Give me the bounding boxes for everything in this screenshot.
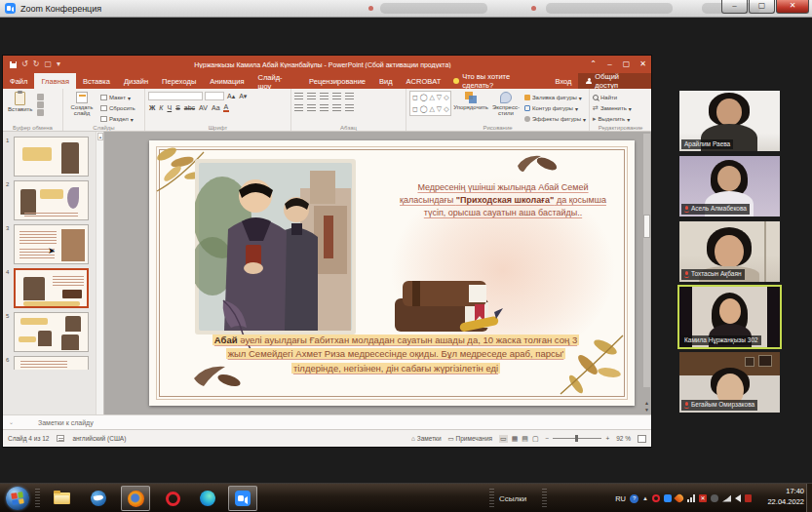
underline-button[interactable]: Ч	[166, 104, 173, 111]
participant-tile-active-speaker[interactable]: Камила Нұржанқызы 302	[677, 285, 782, 349]
copy-icon[interactable]	[37, 101, 44, 108]
start-slideshow-icon[interactable]: ▢	[44, 60, 52, 68]
participant-tile[interactable]: Тохтасын Ақбаян	[679, 221, 780, 282]
section-button[interactable]: Раздел ▾	[100, 114, 135, 124]
numbering-icon[interactable]	[307, 93, 316, 99]
align-right-icon[interactable]	[320, 104, 329, 111]
font-color-button[interactable]: А	[223, 103, 230, 112]
taskbar-clock[interactable]: 17:40 22.04.2022	[755, 487, 804, 508]
cleaner-tray-icon[interactable]	[674, 492, 684, 503]
ppt-restore-button[interactable]: ▢	[618, 56, 635, 73]
thunderbird-taskbar-button[interactable]	[84, 486, 113, 511]
find-button[interactable]: Найти	[593, 93, 632, 102]
ppt-minimize-button[interactable]: –	[601, 56, 618, 73]
participant-tile[interactable]: Асель Алмабекова	[679, 156, 780, 217]
align-center-icon[interactable]	[307, 104, 316, 111]
italic-button[interactable]: К	[158, 104, 164, 111]
no-network-tray-icon[interactable]: ✕	[699, 494, 707, 502]
columns-icon[interactable]	[345, 104, 354, 111]
slide-sorter-view-icon[interactable]: ▦	[512, 435, 519, 443]
line-spacing-icon[interactable]	[345, 93, 354, 99]
next-slide-icon[interactable]: ▼	[644, 407, 649, 413]
font-name-box[interactable]	[148, 92, 203, 100]
slide-4-thumbnail-selected[interactable]	[14, 268, 89, 308]
ppt-close-button[interactable]: ✕	[635, 56, 651, 73]
firefox-taskbar-button[interactable]	[121, 486, 150, 511]
volume-tray-icon[interactable]	[735, 494, 741, 502]
zoom-tray-icon[interactable]	[664, 494, 672, 502]
share-button[interactable]: Общий доступ	[578, 73, 651, 89]
slide-text-top[interactable]: Медресенің үшінші жылында Абай Семей қал…	[393, 181, 613, 219]
slide-scrollbar[interactable]	[643, 134, 650, 387]
previous-slide-icon[interactable]: ▲	[644, 400, 649, 406]
participant-tile[interactable]: Бегайым Омирзакова	[679, 352, 780, 413]
tab-home[interactable]: Главная	[34, 73, 76, 89]
thumbnail-scrollbar[interactable]: ▲	[96, 132, 103, 414]
zoom-slider[interactable]: − +	[546, 435, 610, 442]
tab-insert[interactable]: Вставка	[76, 73, 117, 89]
signal-tray-icon[interactable]	[687, 494, 695, 502]
scroll-up-icon[interactable]: ▲	[97, 133, 103, 140]
shape-effects-button[interactable]: Эффекты фигуры ▾	[524, 114, 586, 124]
reset-button[interactable]: Сбросить	[100, 103, 135, 113]
slide-2-thumbnail[interactable]	[14, 180, 89, 220]
bullets-icon[interactable]	[294, 93, 303, 99]
layout-button[interactable]: Макет ▾	[100, 93, 135, 102]
character-spacing-icon[interactable]: AV	[198, 104, 209, 111]
paste-button[interactable]: Вставить	[6, 91, 34, 113]
start-button[interactable]	[6, 487, 29, 510]
language-indicator[interactable]: английский (США)	[72, 435, 126, 442]
app-tray-icon[interactable]	[711, 494, 718, 502]
zoom-out-icon[interactable]: −	[546, 435, 550, 442]
zoom-close-button[interactable]: ✕	[776, 0, 809, 14]
arrange-button[interactable]: Упорядочить	[454, 91, 487, 111]
cut-icon[interactable]	[37, 94, 44, 100]
opera-tray-icon[interactable]	[652, 494, 660, 502]
normal-view-icon[interactable]: ▭	[499, 435, 508, 443]
quick-styles-button[interactable]: Экспресс-стили	[490, 91, 522, 117]
tell-me-box[interactable]: Что вы хотите сделать?	[447, 73, 548, 89]
slide-canvas[interactable]: Медресенің үшінші жылында Абай Семей қал…	[149, 140, 635, 406]
show-hidden-icons[interactable]: ▲	[642, 495, 648, 501]
shape-outline-button[interactable]: Контур фигуры ▾	[524, 103, 586, 113]
ribbon-display-options-icon[interactable]: ⌃	[585, 56, 601, 73]
links-toolbar[interactable]: Ссылки	[499, 484, 526, 512]
redo-icon[interactable]: ↻	[33, 60, 40, 68]
format-painter-icon[interactable]	[37, 109, 44, 116]
strikethrough-button[interactable]: S	[174, 104, 181, 111]
shapes-gallery[interactable]: ◻ ◯ △ ▽ ◇ ☆ ⌂ ◻ ◯ △ ▽ ◇ ☆ ⌂	[409, 91, 451, 116]
tab-slideshow[interactable]: Слайд-шоу	[251, 73, 303, 89]
scrollbar-thumb[interactable]	[643, 215, 650, 238]
opera-taskbar-button[interactable]	[158, 486, 187, 511]
comments-toggle[interactable]: ▭ Примечания	[448, 435, 492, 443]
network-tray-icon[interactable]	[722, 495, 731, 502]
clear-format-icon[interactable]: abc	[183, 104, 196, 111]
tab-transitions[interactable]: Переходы	[155, 73, 203, 89]
bold-button[interactable]: Ж	[148, 104, 156, 111]
undo-icon[interactable]: ↺	[21, 60, 28, 68]
notes-pane[interactable]: ⌄ Заметки к слайду	[3, 414, 651, 429]
shape-fill-button[interactable]: Заливка фигуры ▾	[524, 93, 586, 102]
slide-5-thumbnail[interactable]	[14, 312, 89, 352]
help-tray-icon[interactable]: ?	[630, 494, 638, 503]
language-indicator[interactable]: RU	[615, 494, 626, 503]
increase-indent-icon[interactable]	[332, 93, 341, 99]
zoom-in-icon[interactable]: +	[605, 435, 609, 442]
zoom-percent[interactable]: 92 %	[616, 435, 631, 442]
grow-font-icon[interactable]: А▴	[226, 93, 236, 100]
tab-acrobat[interactable]: ACROBAT	[400, 73, 448, 89]
explorer-taskbar-button[interactable]	[47, 486, 76, 511]
change-case-button[interactable]: Аа	[211, 104, 221, 111]
tab-design[interactable]: Дизайн	[117, 73, 155, 89]
slide-3-thumbnail[interactable]: ➤	[14, 224, 89, 264]
tab-review[interactable]: Рецензирование	[302, 73, 372, 89]
new-slide-button[interactable]: Создать слайд	[66, 91, 97, 117]
tab-view[interactable]: Вид	[372, 73, 400, 89]
slideshow-view-icon[interactable]: ▢	[532, 435, 539, 443]
slide-1-thumbnail[interactable]	[14, 137, 89, 177]
slide-6-thumbnail[interactable]	[14, 356, 89, 370]
tab-file[interactable]: Файл	[3, 73, 34, 89]
tab-animations[interactable]: Анимация	[203, 73, 251, 89]
participant-tile[interactable]: Арайлим Раева	[679, 91, 780, 151]
sign-in-button[interactable]: Вход	[548, 77, 578, 86]
